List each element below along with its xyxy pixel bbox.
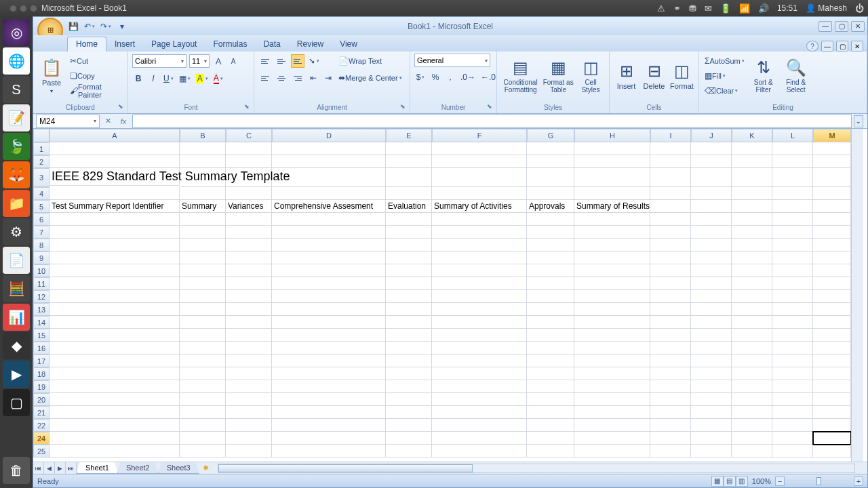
cell[interactable] [813, 367, 851, 380]
fill-button[interactable]: ▦ Fill [703, 69, 727, 83]
cell[interactable] [732, 187, 772, 200]
row-header[interactable]: 19 [33, 380, 50, 393]
cell[interactable] [813, 155, 851, 168]
cell[interactable] [527, 264, 574, 277]
row-header[interactable]: 5 [33, 200, 50, 213]
cell[interactable] [691, 367, 732, 380]
border-button[interactable]: ▦ [178, 72, 192, 85]
cell[interactable] [732, 239, 772, 251]
cell[interactable] [50, 187, 180, 200]
cell[interactable] [650, 329, 691, 342]
cell[interactable] [772, 393, 813, 406]
cell[interactable] [226, 393, 272, 406]
cell[interactable]: Approvals [527, 200, 574, 213]
cell[interactable] [50, 367, 180, 380]
cell[interactable] [772, 142, 813, 155]
row-header[interactable]: 3 [33, 168, 50, 187]
cell[interactable] [527, 239, 574, 251]
cell[interactable] [226, 251, 272, 264]
cell[interactable] [772, 251, 813, 264]
bold-button[interactable]: B [132, 72, 144, 85]
decrease-decimal-button[interactable]: ←.0 [479, 70, 497, 84]
row-header[interactable]: 10 [33, 264, 50, 277]
cell[interactable] [386, 303, 432, 316]
cell[interactable] [432, 342, 527, 354]
sort-filter-button[interactable]: ⇅Sort & Filter [749, 54, 778, 98]
cell[interactable] [180, 380, 226, 393]
cell[interactable] [180, 303, 226, 316]
cell[interactable] [50, 226, 180, 239]
vertical-scrollbar[interactable] [851, 129, 863, 462]
cell[interactable] [772, 419, 813, 432]
cell[interactable] [772, 264, 813, 277]
cell[interactable] [527, 393, 574, 406]
font-size-select[interactable]: 11▾ [189, 54, 210, 68]
cell[interactable] [180, 290, 226, 303]
cell[interactable] [574, 432, 650, 445]
page-break-view-button[interactable]: ▥ [736, 476, 748, 487]
cell[interactable] [732, 277, 772, 290]
cell[interactable] [650, 445, 691, 458]
cell[interactable] [732, 251, 772, 264]
tab-view[interactable]: View [332, 37, 366, 52]
cell[interactable] [650, 342, 691, 354]
cell[interactable] [527, 445, 574, 458]
cell[interactable] [650, 406, 691, 419]
cell[interactable] [772, 200, 813, 213]
help-button[interactable]: ? [806, 41, 818, 52]
cell[interactable] [386, 187, 432, 200]
font-color-button[interactable]: A [212, 72, 224, 85]
row-header[interactable]: 24 [33, 432, 50, 445]
cell[interactable]: IEEE 829 Standard Test Summary Template [50, 168, 180, 186]
cell[interactable] [272, 226, 386, 239]
cell[interactable] [180, 316, 226, 329]
cell[interactable] [574, 239, 650, 251]
cell[interactable] [386, 445, 432, 458]
wifi-icon[interactable]: 📶 [739, 3, 750, 14]
cell[interactable] [386, 251, 432, 264]
cell[interactable] [772, 303, 813, 316]
cell[interactable] [650, 226, 691, 239]
cell[interactable] [272, 187, 386, 200]
tab-review[interactable]: Review [289, 37, 332, 52]
cell[interactable] [50, 342, 180, 354]
cell[interactable] [691, 239, 732, 251]
cell[interactable] [180, 239, 226, 251]
cell[interactable] [50, 264, 180, 277]
column-header[interactable]: K [732, 129, 772, 142]
gedit-icon[interactable]: 📝 [3, 104, 30, 131]
cell[interactable] [574, 226, 650, 239]
cell[interactable] [691, 200, 732, 213]
horizontal-scrollbar[interactable] [218, 464, 855, 473]
cell[interactable] [272, 155, 386, 168]
cell[interactable] [50, 155, 180, 168]
undo-button[interactable]: ↶ [83, 20, 96, 33]
cell[interactable] [527, 251, 574, 264]
tab-formulas[interactable]: Formulas [205, 37, 255, 52]
cell[interactable] [732, 367, 772, 380]
autosum-button[interactable]: Σ AutoSum [703, 54, 746, 68]
tab-page-layout[interactable]: Page Layout [143, 37, 205, 52]
settings-icon[interactable]: ⚙ [3, 218, 30, 245]
name-box[interactable]: M24▾ [36, 115, 100, 128]
cell[interactable] [272, 367, 386, 380]
cell[interactable] [574, 419, 650, 432]
cell[interactable] [50, 290, 180, 303]
clipboard-dialog[interactable]: ⬊ [118, 103, 123, 110]
cell[interactable]: Summary of Activities [432, 200, 527, 213]
cell[interactable] [772, 329, 813, 342]
merge-center-button[interactable]: ⬌ Merge & Center [337, 71, 403, 85]
cell[interactable] [813, 303, 851, 316]
cell[interactable] [386, 419, 432, 432]
cell[interactable] [432, 432, 527, 445]
cell[interactable] [813, 393, 851, 406]
cell[interactable] [432, 142, 527, 155]
cell[interactable] [180, 419, 226, 432]
cell[interactable] [50, 142, 180, 155]
cell[interactable] [180, 251, 226, 264]
cell[interactable] [732, 406, 772, 419]
row-header[interactable]: 7 [33, 226, 50, 239]
tab-nav-next[interactable]: ▶ [55, 462, 66, 474]
row-header[interactable]: 12 [33, 290, 50, 303]
cell[interactable] [691, 419, 732, 432]
